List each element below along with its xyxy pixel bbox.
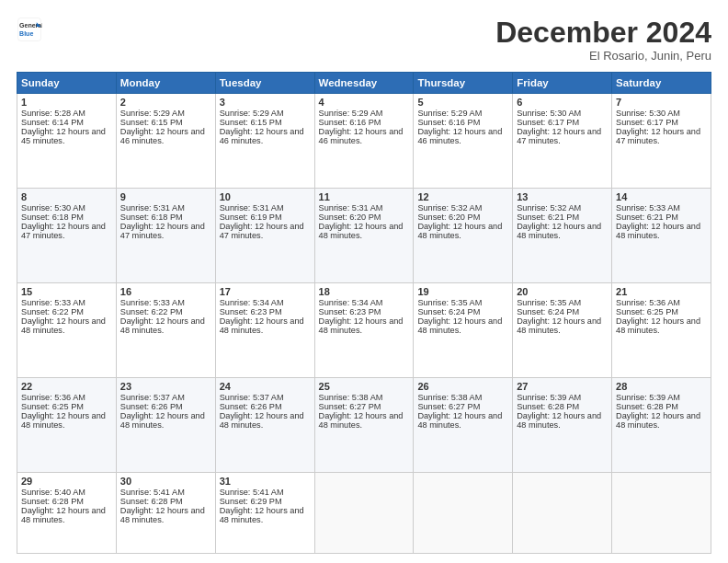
week-row-1: 1Sunrise: 5:28 AMSunset: 6:14 PMDaylight… — [17, 94, 711, 189]
sunrise-text: Sunrise: 5:37 AM — [120, 393, 211, 402]
sunset-text: Sunset: 6:15 PM — [120, 118, 211, 127]
day-number: 12 — [417, 191, 508, 202]
calendar-cell: 5Sunrise: 5:29 AMSunset: 6:16 PMDaylight… — [414, 94, 513, 189]
day-number: 16 — [120, 286, 211, 297]
daylight-text: Daylight: 12 hours and 48 minutes. — [319, 316, 410, 335]
sunrise-text: Sunrise: 5:36 AM — [21, 393, 112, 402]
daylight-text: Daylight: 12 hours and 48 minutes. — [120, 506, 211, 524]
day-number: 19 — [417, 286, 508, 297]
sunset-text: Sunset: 6:25 PM — [616, 307, 707, 316]
sunrise-text: Sunrise: 5:33 AM — [21, 298, 112, 307]
sunset-text: Sunset: 6:16 PM — [417, 118, 508, 127]
calendar-cell: 14Sunrise: 5:33 AMSunset: 6:21 PMDayligh… — [612, 189, 711, 283]
day-number: 24 — [220, 381, 311, 392]
daylight-text: Daylight: 12 hours and 46 minutes. — [120, 127, 211, 145]
calendar-cell: 24Sunrise: 5:37 AMSunset: 6:26 PMDayligh… — [215, 378, 314, 473]
day-number: 9 — [120, 191, 211, 202]
sunrise-text: Sunrise: 5:34 AM — [220, 298, 311, 307]
daylight-text: Daylight: 12 hours and 48 minutes. — [417, 411, 508, 430]
day-header-wednesday: Wednesday — [314, 73, 414, 94]
sunrise-text: Sunrise: 5:30 AM — [616, 109, 707, 118]
sunrise-text: Sunrise: 5:41 AM — [220, 488, 311, 497]
sunrise-text: Sunrise: 5:35 AM — [517, 298, 608, 307]
daylight-text: Daylight: 12 hours and 48 minutes. — [517, 222, 608, 240]
daylight-text: Daylight: 12 hours and 48 minutes. — [417, 316, 508, 335]
calendar-cell: 18Sunrise: 5:34 AMSunset: 6:23 PMDayligh… — [314, 283, 414, 378]
calendar-cell: 8Sunrise: 5:30 AMSunset: 6:18 PMDaylight… — [17, 189, 117, 283]
daylight-text: Daylight: 12 hours and 48 minutes. — [120, 316, 211, 335]
calendar-cell: 13Sunrise: 5:32 AMSunset: 6:21 PMDayligh… — [513, 189, 612, 283]
daylight-text: Daylight: 12 hours and 47 minutes. — [21, 222, 112, 240]
day-number: 6 — [517, 97, 608, 108]
calendar-cell: 4Sunrise: 5:29 AMSunset: 6:16 PMDaylight… — [314, 94, 414, 189]
day-number: 20 — [517, 286, 608, 297]
day-number: 21 — [616, 286, 707, 297]
calendar-cell — [314, 473, 414, 554]
day-number: 31 — [220, 476, 311, 487]
sunrise-text: Sunrise: 5:39 AM — [616, 393, 707, 402]
calendar-cell: 23Sunrise: 5:37 AMSunset: 6:26 PMDayligh… — [116, 378, 215, 473]
subtitle: El Rosario, Junin, Peru — [495, 49, 711, 63]
sunset-text: Sunset: 6:28 PM — [616, 402, 707, 411]
daylight-text: Daylight: 12 hours and 47 minutes. — [220, 222, 311, 240]
sunset-text: Sunset: 6:23 PM — [220, 307, 311, 316]
day-number: 26 — [417, 381, 508, 392]
calendar-cell: 9Sunrise: 5:31 AMSunset: 6:18 PMDaylight… — [116, 189, 215, 283]
day-number: 2 — [120, 97, 211, 108]
sunrise-text: Sunrise: 5:30 AM — [21, 203, 112, 213]
month-title: December 2024 — [495, 17, 711, 49]
daylight-text: Daylight: 12 hours and 48 minutes. — [616, 411, 707, 430]
daylight-text: Daylight: 12 hours and 48 minutes. — [616, 316, 707, 335]
day-number: 4 — [319, 97, 410, 108]
sunset-text: Sunset: 6:26 PM — [120, 402, 211, 411]
day-number: 5 — [417, 97, 508, 108]
daylight-text: Daylight: 12 hours and 48 minutes. — [21, 506, 112, 524]
calendar-cell: 22Sunrise: 5:36 AMSunset: 6:25 PMDayligh… — [17, 378, 117, 473]
daylight-text: Daylight: 12 hours and 48 minutes. — [319, 222, 410, 240]
title-block: December 2024 El Rosario, Junin, Peru — [495, 17, 711, 63]
day-header-thursday: Thursday — [414, 73, 513, 94]
calendar-cell: 3Sunrise: 5:29 AMSunset: 6:15 PMDaylight… — [215, 94, 314, 189]
daylight-text: Daylight: 12 hours and 46 minutes. — [319, 127, 410, 145]
calendar-body: 1Sunrise: 5:28 AMSunset: 6:14 PMDaylight… — [17, 94, 711, 554]
day-header-sunday: Sunday — [17, 73, 117, 94]
week-row-5: 29Sunrise: 5:40 AMSunset: 6:28 PMDayligh… — [17, 473, 711, 554]
day-number: 18 — [319, 286, 410, 297]
week-row-4: 22Sunrise: 5:36 AMSunset: 6:25 PMDayligh… — [17, 378, 711, 473]
daylight-text: Daylight: 12 hours and 48 minutes. — [120, 411, 211, 430]
daylight-text: Daylight: 12 hours and 48 minutes. — [21, 411, 112, 430]
daylight-text: Daylight: 12 hours and 46 minutes. — [220, 127, 311, 145]
daylight-text: Daylight: 12 hours and 48 minutes. — [517, 411, 608, 430]
calendar-cell: 1Sunrise: 5:28 AMSunset: 6:14 PMDaylight… — [17, 94, 117, 189]
sunset-text: Sunset: 6:18 PM — [21, 213, 112, 222]
sunrise-text: Sunrise: 5:41 AM — [120, 488, 211, 497]
day-number: 7 — [616, 97, 707, 108]
daylight-text: Daylight: 12 hours and 48 minutes. — [21, 316, 112, 335]
sunset-text: Sunset: 6:27 PM — [417, 402, 508, 411]
sunset-text: Sunset: 6:27 PM — [319, 402, 410, 411]
calendar-cell — [414, 473, 513, 554]
sunrise-text: Sunrise: 5:31 AM — [319, 203, 410, 213]
sunset-text: Sunset: 6:20 PM — [319, 213, 410, 222]
sunset-text: Sunset: 6:28 PM — [517, 402, 608, 411]
sunrise-text: Sunrise: 5:37 AM — [220, 393, 311, 402]
sunrise-text: Sunrise: 5:39 AM — [517, 393, 608, 402]
sunrise-text: Sunrise: 5:29 AM — [319, 109, 410, 118]
logo-icon: General Blue — [17, 17, 42, 42]
sunset-text: Sunset: 6:29 PM — [220, 497, 311, 506]
day-number: 10 — [220, 191, 311, 202]
calendar-cell: 6Sunrise: 5:30 AMSunset: 6:17 PMDaylight… — [513, 94, 612, 189]
calendar-cell: 26Sunrise: 5:38 AMSunset: 6:27 PMDayligh… — [414, 378, 513, 473]
day-number: 11 — [319, 191, 410, 202]
week-row-3: 15Sunrise: 5:33 AMSunset: 6:22 PMDayligh… — [17, 283, 711, 378]
day-number: 30 — [120, 476, 211, 487]
day-number: 28 — [616, 381, 707, 392]
calendar-cell: 2Sunrise: 5:29 AMSunset: 6:15 PMDaylight… — [116, 94, 215, 189]
daylight-text: Daylight: 12 hours and 47 minutes. — [120, 222, 211, 240]
sunrise-text: Sunrise: 5:33 AM — [120, 298, 211, 307]
daylight-text: Daylight: 12 hours and 47 minutes. — [616, 127, 707, 145]
sunrise-text: Sunrise: 5:32 AM — [417, 203, 508, 213]
sunset-text: Sunset: 6:20 PM — [417, 213, 508, 222]
calendar-cell: 17Sunrise: 5:34 AMSunset: 6:23 PMDayligh… — [215, 283, 314, 378]
day-header-friday: Friday — [513, 73, 612, 94]
